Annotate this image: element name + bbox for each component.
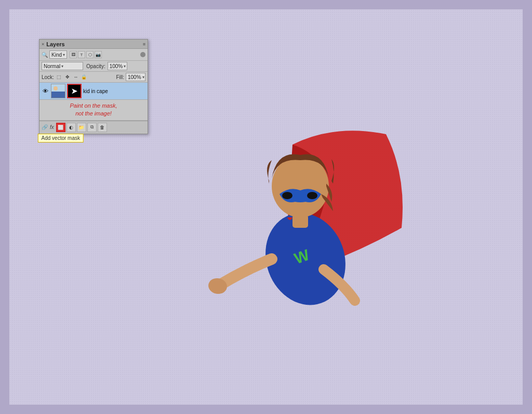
panel-toolbar: 🔗 fx ⬜ Add vector mask ◐ 📁 ⧉ 🗑 <box>39 121 148 134</box>
layers-panel: × Layers ≡ 🔍 Kind ▾ 🖼 T ⬡ 📷 Normal ▾ Opa… <box>39 39 148 134</box>
add-vector-mask-tooltip: Add vector mask <box>38 134 84 143</box>
shape-filter-icon[interactable]: ⬡ <box>86 51 94 58</box>
blend-mode-label: Normal <box>44 63 60 69</box>
image-filter-icon[interactable]: 🖼 <box>70 51 77 58</box>
search-icon: 🔍 <box>42 52 48 58</box>
fx-button[interactable]: fx <box>50 124 54 130</box>
blend-opacity-row: Normal ▾ Opacity: 100% ▾ <box>39 61 148 72</box>
lock-artboards-icon[interactable]: ↔ <box>72 73 79 81</box>
layer-thumb-image <box>51 84 65 98</box>
pixel-filter-icon[interactable]: 📷 <box>95 51 102 58</box>
layer-message-text: Paint on the mask, not the image! <box>44 102 143 118</box>
filter-toggle[interactable] <box>140 52 145 57</box>
fill-chevron-icon: ▾ <box>142 75 144 80</box>
layer-mask-thumbnail[interactable]: ➤ <box>67 84 82 98</box>
layer-name-label: kid in cape <box>83 88 146 94</box>
lock-position-icon[interactable]: ✥ <box>64 73 71 81</box>
svg-point-8 <box>54 86 58 90</box>
blend-mode-select[interactable]: Normal ▾ <box>42 62 83 70</box>
svg-point-3 <box>272 155 329 217</box>
layer-message: Paint on the mask, not the image! <box>39 100 148 121</box>
svg-point-5 <box>307 192 317 199</box>
filter-row: 🔍 Kind ▾ 🖼 T ⬡ 📷 <box>39 49 148 61</box>
new-group-button[interactable]: 📁 <box>77 123 86 132</box>
opacity-input[interactable]: 100% ▾ <box>108 62 127 70</box>
fill-input[interactable]: 100% ▾ <box>126 73 145 81</box>
chevron-down-icon: ▾ <box>63 53 65 57</box>
svg-point-4 <box>282 192 292 199</box>
link-icon[interactable]: 🔗 <box>42 124 48 130</box>
delete-layer-button[interactable]: 🗑 <box>98 123 107 132</box>
panel-menu-button[interactable]: ≡ <box>143 42 145 47</box>
lock-all-icon[interactable]: 🔒 <box>81 73 88 81</box>
layer-visibility-toggle[interactable]: 👁 <box>41 87 49 95</box>
mask-arrow-icon: ➤ <box>71 87 77 95</box>
adjustment-layer-button[interactable]: ◐ <box>66 123 76 132</box>
add-mask-button-wrap: ⬜ Add vector mask <box>56 123 65 132</box>
new-layer-button[interactable]: ⧉ <box>87 123 97 132</box>
lock-row: Lock: ⬚ ✥ ↔ 🔒 Fill: 100% ▾ <box>39 72 148 83</box>
lock-icons: ⬚ ✥ ↔ 🔒 <box>56 73 88 81</box>
lock-pixels-icon[interactable]: ⬚ <box>56 73 63 81</box>
blend-chevron-icon: ▾ <box>61 64 63 69</box>
kind-filter-select[interactable]: Kind ▾ <box>49 50 67 59</box>
svg-rect-6 <box>292 215 308 228</box>
add-mask-button[interactable]: ⬜ <box>56 123 65 132</box>
layer-row[interactable]: 👁 ➤ kid in cape <box>39 83 148 100</box>
kid-illustration: W <box>168 82 417 332</box>
lock-label: Lock: <box>42 74 54 80</box>
filter-icons: 🖼 T ⬡ 📷 <box>70 51 102 58</box>
opacity-chevron-icon: ▾ <box>124 64 126 69</box>
svg-rect-9 <box>51 92 65 98</box>
text-filter-icon[interactable]: T <box>78 51 85 58</box>
panel-title-bar: × Layers ≡ <box>39 40 148 49</box>
fill-label: Fill: <box>116 74 124 80</box>
panel-title: Layers <box>44 41 142 47</box>
opacity-label: Opacity: <box>86 63 105 69</box>
layer-thumbnail[interactable] <box>51 84 65 98</box>
